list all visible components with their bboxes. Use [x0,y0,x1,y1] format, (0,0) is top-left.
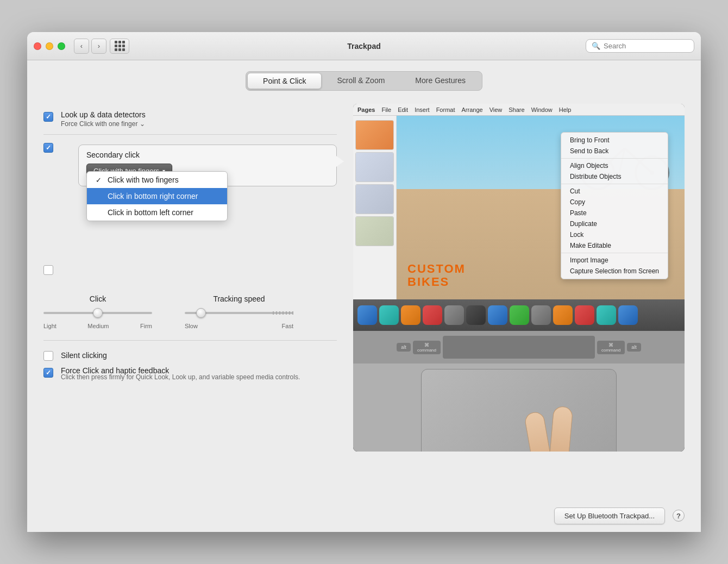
key-command-right: ⌘ command [597,341,625,354]
mac-screen-preview: Pages File Edit Insert Format Arrange Vi… [353,104,685,299]
lookup-setting-row: Look up & data detectors Force Click wit… [43,104,337,135]
tracking-tick-labels: Slow Fast [185,323,293,329]
ctx-send-back: Send to Back [561,146,668,156]
right-panel: Pages File Edit Insert Format Arrange Vi… [353,104,685,488]
menu-window: Window [531,106,553,113]
mac-page-sidebar [353,116,397,299]
force-click-row: Force Click and haptic feedback Click th… [43,366,337,382]
search-icon: 🔍 [592,42,600,50]
force-click-text: Force Click and haptic feedback Click th… [61,366,300,382]
finger-1 [524,411,554,452]
forward-button[interactable]: › [91,39,106,54]
dropdown-item-bottom-right[interactable]: Click in bottom right corner [87,188,227,204]
mac-content-area: CUSTOM BIKES Bring to Front Send to Back… [353,116,685,299]
context-menu: Bring to Front Send to Back Align Object… [561,132,668,279]
help-button[interactable]: ? [673,510,685,522]
ctx-paste: Paste [561,208,668,218]
two-fingers-graphic [529,390,583,452]
dropdown-item-bottom-left[interactable]: Click in bottom left corner [87,204,227,221]
tab-scroll-zoom[interactable]: Scroll & Zoom [322,73,400,89]
lookup-dropdown[interactable]: Force Click with one finger ⌄ [61,120,145,128]
menu-edit: Edit [398,106,408,113]
bottom-bar: Set Up Bluetooth Trackpad... ? [27,499,701,532]
setup-bluetooth-button[interactable]: Set Up Bluetooth Trackpad... [554,507,665,524]
search-input[interactable] [604,42,688,50]
extra-setting-row [43,261,337,284]
search-bar[interactable]: 🔍 [586,39,694,53]
tabs-container: Point & Click Scroll & Zoom More Gesture… [43,71,685,91]
tracking-max-label: Fast [282,323,293,329]
main-layout: Look up & data detectors Force Click wit… [43,104,685,488]
dock-icon-9 [531,305,551,325]
silent-clicking-row: Silent clicking [43,349,337,361]
secondary-click-title: Secondary click [86,151,329,159]
click-slider-track [43,312,152,314]
silent-checkbox[interactable] [43,351,53,361]
key-spacebar [443,336,595,359]
grid-view-button[interactable] [110,39,129,54]
menu-share: Share [509,106,524,113]
grid-icon [115,41,125,51]
custom-bikes-text-overlay: CUSTOM BIKES [407,262,466,289]
ctx-bring-front: Bring to Front [561,135,668,146]
menu-insert: Insert [415,106,430,113]
back-button[interactable]: ‹ [74,39,89,54]
click-mid-label: Medium [87,323,109,329]
click-min-label: Light [43,323,57,329]
tracking-slider-label: Tracking speed [213,294,265,303]
click-slider-track-container[interactable] [43,308,152,318]
tracking-slider-track-container[interactable] [185,308,293,318]
tab-point-click[interactable]: Point & Click [247,73,322,89]
minimize-button[interactable] [46,42,53,50]
window-title: Trackpad [347,42,380,51]
ctx-copy: Copy [561,197,668,208]
page-thumb-4 [355,216,394,246]
thumb-inner-2 [356,153,393,181]
trackpad-graphic [421,369,617,452]
dock-icon-4 [423,305,442,325]
page-thumb-1 [355,120,394,150]
ctx-cut: Cut [561,186,668,197]
secondary-click-content: Secondary click Click with two fingers ▾… [61,141,337,190]
nav-buttons: ‹ › [74,39,106,54]
silent-clicking-label: Silent clicking [61,351,107,360]
dock-icon-3 [401,305,421,325]
maximize-button[interactable] [58,42,65,50]
dock-icon-6 [466,305,486,325]
page-thumb-3 [355,184,394,214]
preferences-window: ‹ › Trackpad 🔍 Point & Click Scroll & Zo… [27,32,701,532]
dock-icon-11 [575,305,594,325]
sliders-section: Click Light Medium Firm [43,284,337,341]
checkmark-icon: ✓ [96,176,103,184]
tracking-slider-thumb[interactable] [196,308,206,318]
dock-icon-12 [597,305,616,325]
close-button[interactable] [34,42,41,50]
ctx-divider-1 [561,158,668,159]
dock-icon-10 [553,305,573,325]
titlebar: ‹ › Trackpad 🔍 [27,32,701,60]
ctx-make-editable: Make Editable [561,240,668,251]
dock-icon-7 [488,305,507,325]
force-click-checkbox[interactable] [43,368,53,378]
ctx-distribute: Distribute Objects [561,171,668,182]
dropdown-item-two-fingers[interactable]: ✓ Click with two fingers [87,172,227,188]
lookup-dropdown-arrow: ⌄ [140,120,145,128]
lookup-subtitle: Force Click with one finger ⌄ [61,120,337,128]
lookup-checkbox-container [43,112,53,122]
dock-icon-2 [379,305,399,325]
lookup-checkbox[interactable] [43,112,53,122]
tabs: Point & Click Scroll & Zoom More Gesture… [246,71,482,91]
content-area: Point & Click Scroll & Zoom More Gesture… [27,60,701,499]
ctx-divider-2 [561,184,668,184]
click-slider-label: Click [90,294,106,303]
tab-more-gestures[interactable]: More Gestures [400,73,481,89]
click-slider-thumb[interactable] [93,308,103,318]
bottom-settings: Silent clicking Force Click and haptic f… [43,341,337,391]
ctx-import: Import Image [561,255,668,266]
ctx-capture: Capture Selection from Screen [561,266,668,277]
ctx-align: Align Objects [561,160,668,171]
secondary-checkbox[interactable] [43,143,53,153]
page-thumb-2 [355,152,394,182]
mac-main-canvas: CUSTOM BIKES Bring to Front Send to Back… [397,116,685,299]
extra-checkbox[interactable] [43,265,53,275]
